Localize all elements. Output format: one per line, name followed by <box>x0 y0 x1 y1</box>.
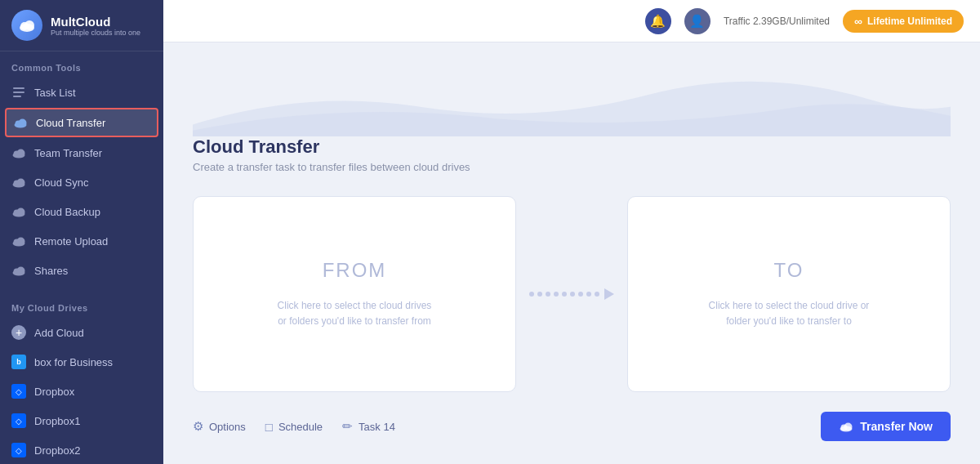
dot-3 <box>546 292 550 297</box>
transfer-now-label: Transfer Now <box>860 420 933 433</box>
from-card[interactable]: FROM Click here to select the cloud driv… <box>193 196 516 392</box>
sidebar-item-box-for-business[interactable]: b box for Business <box>0 347 163 377</box>
to-desc: Click here to select the cloud drive or … <box>707 298 871 329</box>
to-label: TO <box>774 259 804 282</box>
dot-4 <box>554 292 559 297</box>
page-subtitle: Create a transfer task to transfer files… <box>193 161 951 173</box>
bottom-toolbar: ⚙ Options □ Schedule ✏ Task 14 T <box>193 412 951 441</box>
transfer-area: FROM Click here to select the cloud driv… <box>193 196 951 392</box>
dot-2 <box>537 292 542 297</box>
svg-rect-4 <box>13 91 24 93</box>
task-list-label: Task List <box>34 87 76 99</box>
sidebar-item-team-transfer[interactable]: Team Transfer <box>0 138 163 167</box>
lifetime-btn-label: Lifetime Unlimited <box>867 16 952 27</box>
sidebar-item-dropbox2[interactable]: ◇ Dropbox2 <box>0 435 163 464</box>
cloud-transfer-label: Cloud Transfer <box>36 117 105 129</box>
dropbox2-icon: ◇ <box>11 443 26 457</box>
options-gear-icon: ⚙ <box>193 419 203 434</box>
sidebar-item-shares[interactable]: Shares <box>0 256 163 285</box>
sidebar-item-dropbox[interactable]: ◇ Dropbox <box>0 377 163 406</box>
dropbox2-label: Dropbox2 <box>34 444 80 457</box>
toolbar-left: ⚙ Options □ Schedule ✏ Task 14 <box>193 419 395 434</box>
schedule-button[interactable]: □ Schedule <box>265 420 323 434</box>
cloud-sync-label: Cloud Sync <box>34 176 88 189</box>
svg-point-26 <box>844 423 853 431</box>
task-label: Task 14 <box>359 421 395 433</box>
box-icon: b <box>11 355 26 369</box>
arrow-head <box>604 288 614 300</box>
dot-5 <box>562 292 567 297</box>
dot-6 <box>570 292 575 297</box>
sidebar-item-cloud-backup[interactable]: Cloud Backup <box>0 197 163 226</box>
svg-rect-3 <box>13 87 24 89</box>
options-button[interactable]: ⚙ Options <box>193 419 246 434</box>
add-cloud-icon: + <box>11 325 26 340</box>
infinity-icon: ∞ <box>854 15 862 28</box>
content-area: Cloud Transfer Create a transfer task to… <box>163 42 980 464</box>
sidebar-item-task-list[interactable]: Task List <box>0 78 163 107</box>
transfer-now-button[interactable]: Transfer Now <box>821 412 951 441</box>
dropbox1-icon: ◇ <box>11 413 26 428</box>
logo-area: MultCloud Put multiple clouds into one <box>0 0 163 51</box>
topbar: 🔔 👤 Traffic 2.39GB/Unlimited ∞ Lifetime … <box>163 0 980 42</box>
team-transfer-label: Team Transfer <box>34 147 102 159</box>
box-label: box for Business <box>34 356 113 368</box>
cloud-transfer-icon <box>13 115 28 130</box>
lifetime-unlimited-button[interactable]: ∞ Lifetime Unlimited <box>843 10 964 33</box>
arrow-connector <box>516 288 627 300</box>
dropbox1-label: Dropbox1 <box>34 415 80 427</box>
logo-name: MultCloud <box>51 15 140 29</box>
task-list-icon <box>11 85 26 100</box>
schedule-calendar-icon: □ <box>265 420 273 434</box>
logo-tagline: Put multiple clouds into one <box>51 29 140 37</box>
dropbox-icon: ◇ <box>11 384 26 399</box>
task-pencil-icon: ✏ <box>342 419 353 434</box>
svg-point-20 <box>17 238 25 246</box>
sidebar-item-add-cloud[interactable]: + Add Cloud <box>0 318 163 347</box>
remote-upload-label: Remote Upload <box>34 235 108 248</box>
to-card[interactable]: TO Click here to select the cloud drive … <box>627 196 951 392</box>
sidebar-item-cloud-sync[interactable]: Cloud Sync <box>0 167 163 197</box>
svg-point-17 <box>17 208 25 216</box>
bg-decoration <box>193 65 951 136</box>
traffic-info: Traffic 2.39GB/Unlimited <box>724 16 830 27</box>
dot-7 <box>578 292 583 297</box>
sidebar-item-cloud-transfer[interactable]: Cloud Transfer <box>5 108 158 137</box>
from-desc: Click here to select the cloud drives or… <box>273 298 436 329</box>
notification-bell[interactable]: 🔔 <box>645 8 671 34</box>
remote-upload-icon <box>11 234 26 248</box>
logo-text: MultCloud Put multiple clouds into one <box>51 15 140 37</box>
logo-icon <box>11 10 42 41</box>
schedule-label: Schedule <box>278 421 323 433</box>
dot-9 <box>595 292 599 297</box>
shares-icon <box>11 263 26 278</box>
add-cloud-label: Add Cloud <box>34 327 84 339</box>
cloud-sync-icon <box>11 175 26 190</box>
svg-point-23 <box>17 267 25 275</box>
task-button[interactable]: ✏ Task 14 <box>342 419 395 434</box>
cloud-backup-icon <box>11 204 26 219</box>
svg-point-14 <box>17 179 25 187</box>
team-transfer-icon <box>11 145 26 160</box>
svg-rect-5 <box>13 96 21 97</box>
sidebar-item-remote-upload[interactable]: Remote Upload <box>0 226 163 256</box>
my-cloud-drives-label: My Cloud Drives <box>0 292 163 318</box>
svg-point-8 <box>19 119 27 127</box>
dot-1 <box>529 292 534 297</box>
transfer-cloud-icon <box>839 421 853 432</box>
main-content: 🔔 👤 Traffic 2.39GB/Unlimited ∞ Lifetime … <box>163 0 980 464</box>
cloud-backup-label: Cloud Backup <box>34 206 100 218</box>
shares-label: Shares <box>34 265 68 277</box>
sidebar-item-dropbox1[interactable]: ◇ Dropbox1 <box>0 406 163 435</box>
page-title: Cloud Transfer <box>193 136 951 158</box>
svg-point-11 <box>17 149 25 158</box>
user-avatar[interactable]: 👤 <box>684 8 710 34</box>
dot-8 <box>586 292 591 297</box>
common-tools-label: Common Tools <box>0 51 163 78</box>
sidebar: MultCloud Put multiple clouds into one C… <box>0 0 163 464</box>
svg-point-2 <box>24 20 34 30</box>
options-label: Options <box>209 421 246 433</box>
from-label: FROM <box>323 259 387 282</box>
dropbox-label: Dropbox <box>34 386 74 398</box>
